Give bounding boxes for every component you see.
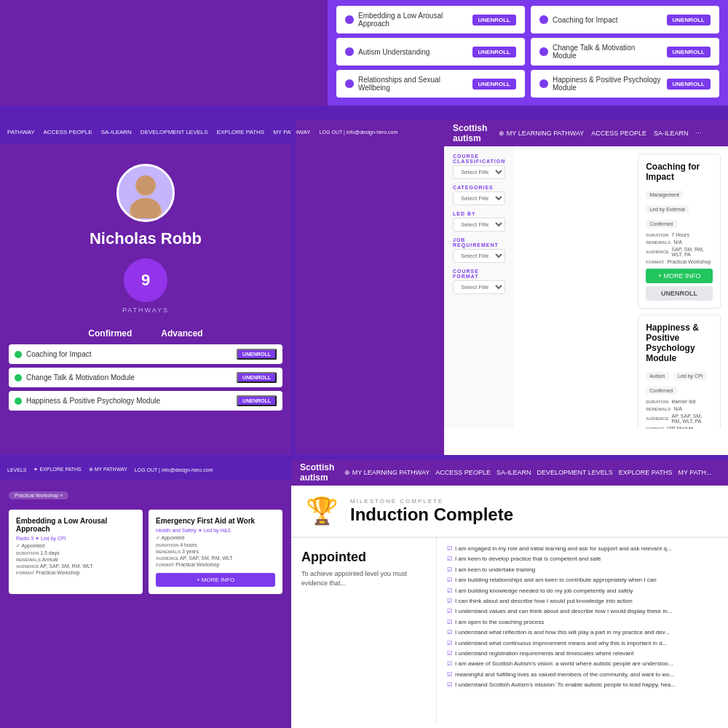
course-card-embedding: Embedding a Low Arousal Approach UNENROL…	[336, 6, 525, 33]
nav-logout[interactable]: LOG OUT | info@design-hero.com	[320, 130, 398, 135]
sa-nav-access[interactable]: ACCESS PEOPLE	[591, 130, 646, 137]
appointed-title: Appointed	[301, 550, 426, 565]
nav-access-people[interactable]: ACCESS PEOPLE	[43, 129, 92, 135]
profile-course-2: Change Talk & Motivation Module UNENROLL	[9, 368, 282, 387]
sa-nav-pathway[interactable]: ⊕ MY LEARNING PATHWAY	[499, 130, 584, 137]
unenroll-changetalk-btn[interactable]: UNENROLL	[667, 47, 711, 58]
duration-key-2: DURATION	[646, 400, 668, 404]
unenroll-coaching-btn[interactable]: UNENROLL	[667, 15, 711, 25]
evidence-item-11: ☑ I understand registration requirements…	[447, 650, 718, 657]
filter-categories-label: CATEGORIES	[453, 185, 505, 190]
bottom-nav-explore[interactable]: ✦ EXPLORE PATHS	[33, 467, 81, 472]
unenroll-detail-btn-1[interactable]: UNENROLL	[646, 286, 713, 301]
check-icon-6: ☑	[447, 598, 452, 605]
bottom-nav-my-pathway[interactable]: ⊕ MY LEARNING PATHWAY	[344, 469, 430, 476]
course-dot	[345, 15, 354, 24]
pathways-label: PATHWAYS	[122, 306, 169, 314]
filter-jobreq-label: JOB REQUIREMENT	[453, 237, 505, 248]
unenroll-happiness-btn[interactable]: UNENROLL	[667, 79, 711, 90]
check-icon-14: ☑	[447, 681, 452, 689]
tag-led-cpi: Led by CPI	[674, 372, 707, 380]
practical-workshop-tag: Practical Workshop ×	[9, 491, 68, 499]
avatar	[116, 164, 175, 222]
renewals-key-2: RENEWALS	[646, 407, 670, 411]
duration-val-2: learner led	[671, 399, 695, 404]
evidence-item-5: ☑ I am building knowledge needed to do m…	[447, 587, 718, 595]
dot-green-3	[15, 397, 22, 405]
profile-course-1: Coaching for Impact UNENROLL	[9, 344, 282, 364]
trophy-icon: 🏆	[306, 496, 339, 526]
filter-format-select[interactable]: Select Filters	[453, 280, 505, 294]
filters-and-details: COURSE CLASSIFICATION Select Filters CAT…	[444, 146, 728, 455]
check-icon-3: ☑	[447, 566, 452, 574]
tag-confirmed-2: Confirmed	[646, 387, 676, 395]
evidence-item-1: ☑ I am engaged in my role and initial le…	[447, 545, 718, 553]
format-key-1: FORMAT	[646, 260, 664, 264]
profile-courses-list: Coaching for Impact UNENROLL Change Talk…	[0, 344, 291, 411]
unenroll-autism-btn[interactable]: UNENROLL	[472, 47, 516, 58]
filter-jobreq-select[interactable]: Select Filters	[453, 249, 505, 263]
course-name-relationships: Relationships and Sexual Wellbeing	[358, 76, 467, 92]
check-icon-2: ☑	[447, 555, 452, 563]
bottom-nav-levels[interactable]: LEVELS	[7, 467, 26, 472]
renewals-key-1: RENEWALS	[646, 240, 670, 245]
bottom-nav-dev-levels[interactable]: DEVELOPMENT LEVELS	[537, 469, 612, 476]
bottom-nav-pathway[interactable]: ⊕ MY PATHWAY	[89, 467, 127, 472]
filter-categories-select[interactable]: Select Filters	[453, 191, 505, 205]
dot-green-2	[15, 374, 22, 381]
course-detail-card-1: Coaching for Impact Management Led by Ex…	[638, 154, 721, 309]
appointed-subtitle: To achieve appointed level you must evid…	[301, 569, 426, 587]
profile-unenroll-1[interactable]: UNENROLL	[237, 349, 277, 360]
filter-classification-select[interactable]: Select Filters	[453, 165, 505, 179]
more-info-btn-1[interactable]: + MORE INFO	[646, 269, 713, 283]
course-details-section: Coaching for Impact Management Led by Ex…	[630, 146, 728, 429]
nav-sa-ilearn[interactable]: SA-ILEARN	[101, 129, 132, 135]
profile-unenroll-2[interactable]: UNENROLL	[237, 372, 277, 383]
scottish-header: Scottishautism ⊕ MY LEARNING PATHWAY ACC…	[444, 120, 728, 146]
level-advanced: Advanced	[161, 328, 202, 339]
bottom-content: Practical Workshop × Embedding a Low Aro…	[0, 480, 291, 601]
bottom-left-panel: LEVELS ✦ EXPLORE PATHS ⊕ MY PATHWAY LOG …	[0, 459, 291, 728]
check-icon-8: ☑	[447, 619, 452, 626]
audience-val-2: AP, SAP, SM, RM, WLT, PA	[672, 414, 713, 424]
evidence-item-12: ☑ I am aware of Scottish Autism's vision…	[447, 660, 718, 668]
bottom-nav-sa-ilearn[interactable]: SA-ILEARN	[496, 469, 531, 476]
course-card-relationships: Relationships and Sexual Wellbeing UNENR…	[336, 70, 525, 98]
filter-classification-label: COURSE CLASSIFICATION	[453, 154, 505, 164]
course-name-happiness: Happiness & Positive Psychology Module	[553, 76, 661, 92]
sa-nav-ilearn[interactable]: SA-ILEARN	[654, 130, 689, 137]
bottom-nav-my-pathway-2[interactable]: MY PATH...	[678, 469, 711, 476]
unenroll-relationships-btn[interactable]: UNENROLL	[472, 79, 516, 90]
audience-key-2: AUDIENCE	[646, 416, 668, 421]
course-detail-title-1: Coaching for Impact	[646, 162, 713, 182]
profile-course-name-2: Change Talk & Motivation Module	[26, 373, 135, 381]
course-name-changetalk: Change Talk & Motivation Module	[553, 44, 661, 60]
course-name-autism: Autism Understanding	[358, 48, 430, 56]
unenroll-embedding-btn[interactable]: UNENROLL	[472, 15, 516, 25]
profile-course-name-3: Happiness & Positive Psychology Module	[26, 397, 160, 405]
bottom-nav-access-people[interactable]: ACCESS PEOPLE	[435, 469, 491, 476]
nav-pathway[interactable]: PATHWAY	[7, 129, 34, 135]
course-card-happiness: Happiness & Positive Psychology Module U…	[531, 70, 719, 98]
mini-card-status-1: ✓ Appointed	[16, 543, 135, 549]
check-icon-5: ☑	[447, 587, 452, 595]
format-val-2: VIP Module	[667, 426, 693, 429]
mini-cards: Embedding a Low Arousal Approach Radio 3…	[9, 510, 282, 594]
course-card-autism: Autism Understanding UNENROLL	[336, 38, 525, 66]
nav-explore-paths[interactable]: EXPLORE PATHS	[217, 129, 265, 135]
course-row-2: Autism Understanding UNENROLL Change Tal…	[336, 38, 719, 66]
tag-autism: Autism	[646, 372, 668, 380]
mini-card-status-2: ✓ Appointed	[156, 535, 275, 541]
milestone-banner: 🏆 MILESTONE COMPLETE Induction Complete	[291, 486, 728, 538]
course-detail-card-2: Happiness & Positive Psychology Module A…	[638, 314, 721, 429]
course-name-embedding: Embedding a Low Arousal Approach	[358, 12, 467, 28]
filter-ledby-select[interactable]: Select Filters	[453, 218, 505, 232]
nav-dev-levels[interactable]: DEVELOPMENT LEVELS	[141, 129, 208, 135]
profile-unenroll-3[interactable]: UNENROLL	[237, 395, 277, 406]
bottom-nav-explore-paths[interactable]: EXPLORE PATHS	[619, 469, 673, 476]
mini-card-firstaid: Emergency First Aid at Work Health and S…	[149, 510, 282, 594]
bottom-nav-logout[interactable]: LOG OUT | info@design-hero.com	[135, 467, 213, 472]
mini-more-info-btn[interactable]: + MORE INFO	[156, 573, 275, 587]
bottom-right-body: Appointed To achieve appointed level you…	[291, 538, 728, 723]
evidence-item-8: ☑ I am open to the coaching process	[447, 619, 718, 626]
